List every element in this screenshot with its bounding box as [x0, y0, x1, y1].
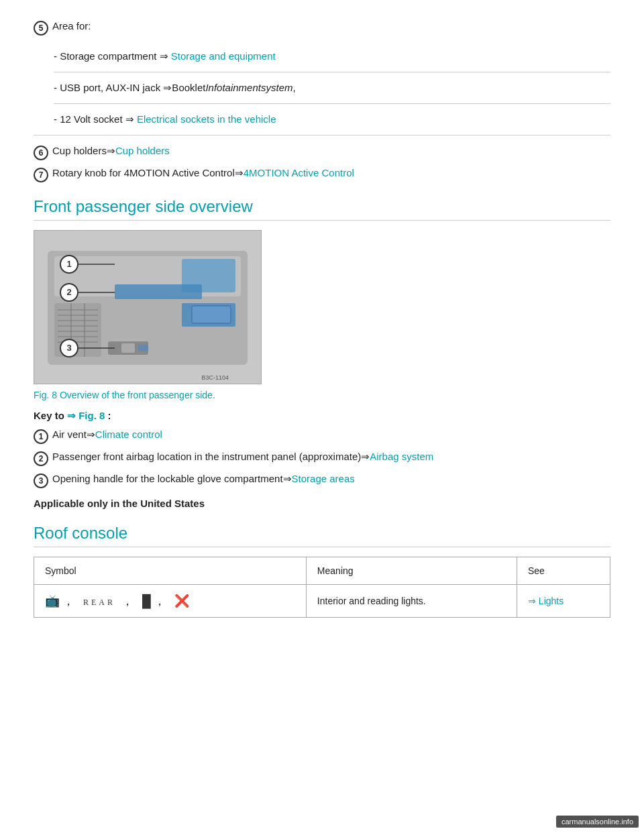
key-3-text: Opening handle for the lockable glove co… [52, 473, 283, 484]
key-to-text: Key to [34, 410, 67, 421]
key-1-text: Air vent [52, 429, 87, 440]
bullet-storage-prefix: - Storage compartment [54, 50, 160, 62]
svg-rect-18 [121, 343, 135, 353]
symbol-cell: 📺， REAR ， █， ❌ [34, 585, 307, 618]
key-1-arrow: ⇒ [87, 429, 95, 441]
airbag-system-link[interactable]: Airbag system [370, 451, 433, 462]
watermark: carmanualsonline.info [556, 816, 639, 828]
see-cell: ⇒ Lights [517, 585, 610, 618]
col-see: See [517, 557, 610, 585]
svg-rect-19 [138, 345, 148, 351]
lights-link[interactable]: ⇒ Lights [528, 596, 564, 606]
light-symbols: 📺， REAR ， █， ❌ [45, 594, 192, 608]
item-5-label: Area for: [52, 20, 91, 32]
page-wrapper: 5 Area for: - Storage compartment ⇒ Stor… [0, 0, 644, 645]
item-6-row: 6 Cup holders ⇒ Cup holders [34, 145, 610, 160]
svg-text:3: 3 [66, 343, 71, 353]
col-symbol: Symbol [34, 557, 307, 585]
dashboard-svg: 1 2 3 B3C-1104 [34, 231, 261, 384]
svg-rect-6 [192, 306, 231, 323]
key-item-2: 2 Passenger front airbag location in the… [34, 451, 610, 466]
svg-text:1: 1 [66, 259, 71, 269]
circle-k1: 1 [34, 429, 48, 444]
key-to-label: Key to ⇒ Fig. 8 : [34, 410, 610, 422]
bullet-storage-arrow: ⇒ [160, 50, 171, 62]
table-header-row: Symbol Meaning See [34, 557, 610, 585]
4motion-link[interactable]: 4MOTION Active Control [244, 167, 354, 178]
col-meaning: Meaning [306, 557, 517, 585]
fig-caption: Fig. 8 Overview of the front passenger s… [34, 390, 610, 400]
table-row: 📺， REAR ， █， ❌ Interior and reading ligh… [34, 585, 610, 618]
bullet-usb-prefix: - USB port, AUX-IN jack ⇒BookletInfotain… [54, 82, 296, 93]
svg-text:B3C-1104: B3C-1104 [201, 374, 229, 381]
bullet-volt-arrow: ⇒ [125, 113, 137, 125]
key-3-arrow: ⇒ [283, 473, 292, 485]
key-2-arrow: ⇒ [361, 451, 370, 463]
cup-holders-link[interactable]: Cup holders [115, 145, 170, 156]
storage-areas-link[interactable]: Storage areas [292, 473, 355, 484]
circle-7: 7 [34, 168, 48, 182]
storage-equipment-link[interactable]: Storage and equipment [171, 50, 276, 62]
passenger-section-heading: Front passenger side overview [34, 197, 610, 221]
roof-console-table: Symbol Meaning See 📺， REAR ， █， ❌ Interi… [34, 557, 610, 618]
circle-5: 5 [34, 21, 48, 36]
svg-text:2: 2 [66, 287, 71, 297]
bullet-usb: - USB port, AUX-IN jack ⇒BookletInfotain… [54, 72, 610, 104]
circle-k3: 3 [34, 474, 48, 488]
item-6-arrow: ⇒ [107, 145, 115, 157]
key-to-colon: : [108, 410, 111, 421]
circle-6: 6 [34, 146, 48, 160]
key-item-1: 1 Air vent ⇒ Climate control [34, 429, 610, 444]
item-7-text: Rotary knob for 4MOTION Active Control [52, 167, 235, 178]
bullet-volt-prefix: - 12 Volt socket [54, 113, 125, 125]
key-item-3: 3 Opening handle for the lockable glove … [34, 473, 610, 488]
bullet-volt: - 12 Volt socket ⇒ Electrical sockets in… [54, 104, 610, 135]
key-2-text: Passenger front airbag location in the i… [52, 451, 361, 462]
svg-rect-4 [115, 284, 202, 299]
bullet-storage: - Storage compartment ⇒ Storage and equi… [54, 41, 610, 72]
item-7-arrow: ⇒ [235, 167, 244, 179]
circle-k2: 2 [34, 451, 48, 466]
climate-control-link[interactable]: Climate control [95, 429, 162, 440]
item-7-row: 7 Rotary knob for 4MOTION Active Control… [34, 167, 610, 182]
applicable-note: Applicable only in the United States [34, 498, 610, 509]
item-5-row: 5 Area for: [34, 20, 610, 36]
dashboard-figure: 1 2 3 B3C-1104 [34, 230, 262, 384]
divider-after-bullets [34, 135, 610, 135]
item-6-text: Cup holders [52, 145, 107, 156]
figure-container: 1 2 3 B3C-1104 Fig. 8 Overview of the fr… [34, 230, 610, 400]
roof-section-heading: Roof console [34, 524, 610, 547]
electrical-sockets-link[interactable]: Electrical sockets in the vehicle [137, 113, 276, 125]
meaning-cell: Interior and reading lights. [306, 585, 517, 618]
fig8-link[interactable]: ⇒ Fig. 8 [67, 410, 105, 421]
